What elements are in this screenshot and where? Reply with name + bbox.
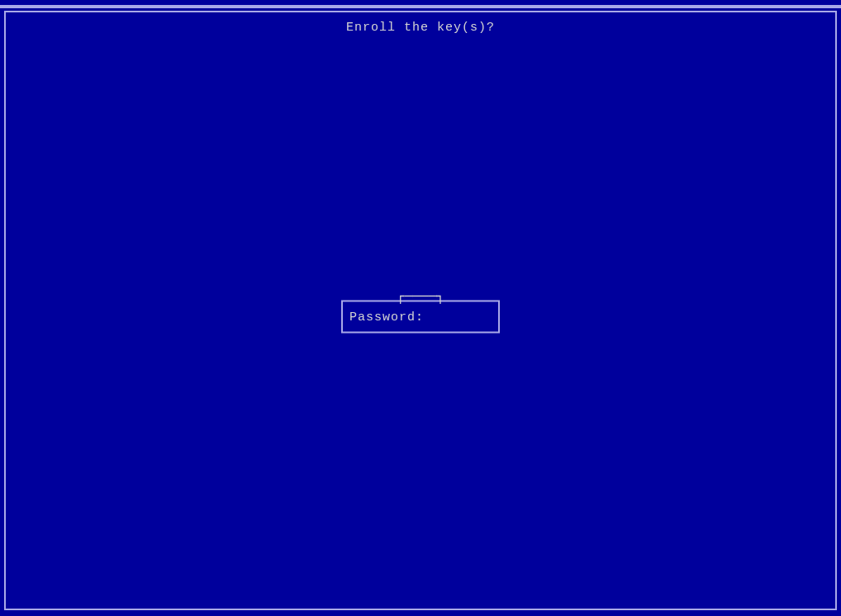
main-panel: Enroll the key(s)? ┌────┐ Password: bbox=[4, 11, 837, 610]
panel-title: Enroll the key(s)? bbox=[6, 21, 835, 35]
password-prompt-area: ┌────┐ Password: bbox=[341, 288, 500, 334]
password-input-box[interactable]: Password: bbox=[341, 301, 500, 334]
password-label: Password: bbox=[349, 310, 424, 324]
top-bar bbox=[0, 5, 841, 8]
